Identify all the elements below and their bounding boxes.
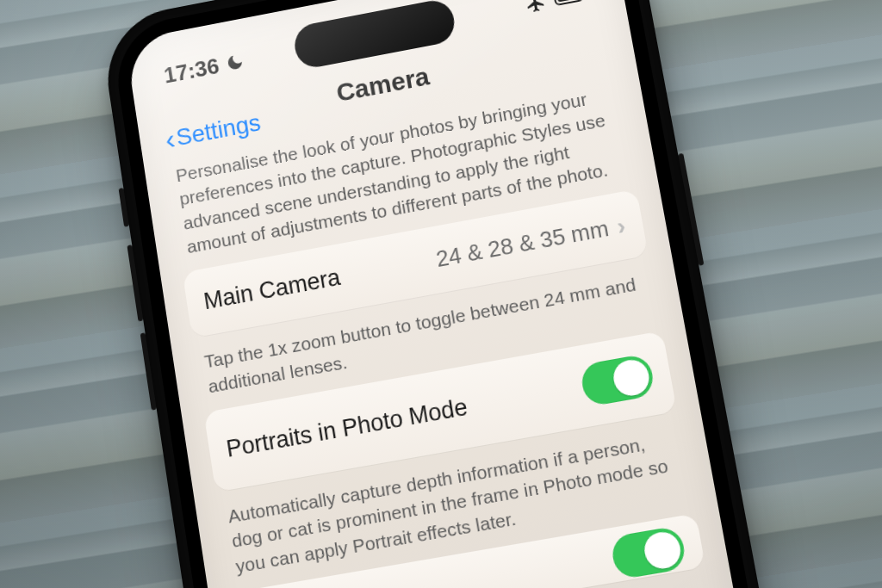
- airplane-icon: [524, 0, 548, 14]
- status-left: 17:36: [162, 48, 245, 89]
- main-camera-value-wrap: 24 & 28 & 35 mm ›: [434, 212, 628, 275]
- main-camera-value: 24 & 28 & 35 mm: [434, 215, 611, 273]
- settings-content[interactable]: Personalise the look of your photos by b…: [165, 77, 707, 588]
- volume-down-button[interactable]: [140, 332, 157, 410]
- next-toggle-peek[interactable]: [610, 525, 688, 580]
- volume-up-button[interactable]: [127, 244, 143, 321]
- clock: 17:36: [162, 53, 220, 89]
- portraits-toggle[interactable]: [579, 353, 656, 407]
- screen: 17:36: [125, 0, 806, 588]
- perspective-stage: 17:36: [0, 0, 882, 588]
- svg-rect-0: [554, 0, 583, 5]
- status-right: [524, 0, 590, 14]
- moon-icon: [224, 52, 245, 73]
- page-title: Camera: [334, 62, 431, 107]
- portraits-label: Portraits in Photo Mode: [225, 393, 469, 463]
- iphone-body: 17:36: [99, 0, 837, 588]
- mute-switch[interactable]: [119, 188, 129, 227]
- battery-icon: [552, 0, 589, 7]
- main-camera-label: Main Camera: [202, 264, 343, 316]
- phone-bezel: 17:36: [110, 0, 823, 588]
- chevron-right-icon: ›: [615, 213, 628, 242]
